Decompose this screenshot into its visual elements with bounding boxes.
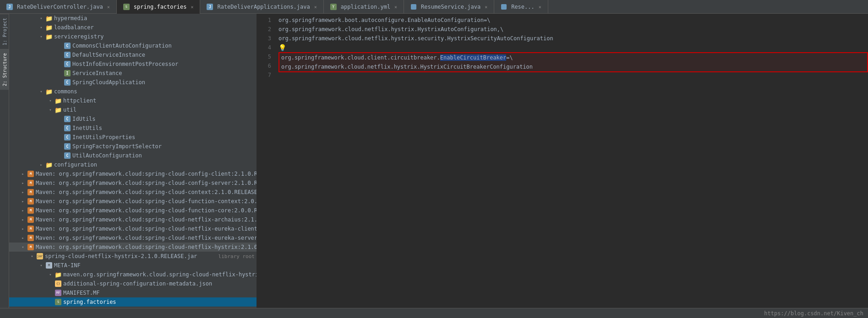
highlight-box: org.springframework.cloud.client.circuit… bbox=[278, 52, 868, 72]
tab-rese[interactable]: Rese... × bbox=[494, 0, 548, 14]
tree-item-springCloudApplication[interactable]: C SpringCloudApplication bbox=[9, 78, 257, 87]
tree-item-idUtils[interactable]: C IdUtils bbox=[9, 114, 257, 124]
tree-item-maven-eureka-client[interactable]: M Maven: org.springframework.cloud:sprin… bbox=[9, 224, 257, 233]
tree-item-defaultServiceInstance[interactable]: C DefaultServiceInstance bbox=[9, 50, 257, 59]
tree-item-manifest[interactable]: MF MANIFEST.MF bbox=[9, 288, 257, 297]
tree-item-httpclient[interactable]: 📁 httpclient bbox=[9, 96, 257, 105]
line-numbers: 1 2 3 4 5 6 7 bbox=[257, 16, 275, 306]
maven-icon: M bbox=[27, 244, 34, 250]
sidebar-container: 1: Project 2: Structure 📁 hypermedia 📁 l… bbox=[0, 14, 257, 308]
tree-arrow bbox=[48, 272, 53, 277]
tree-label: spring.factories bbox=[63, 299, 255, 305]
tree-item-inetUtils[interactable]: C InetUtils bbox=[9, 124, 257, 133]
tree-item-autoconfigure-metadata[interactable]: P spring-autoconfigure-metadata.properti… bbox=[9, 307, 257, 308]
interface-icon: I bbox=[64, 70, 71, 76]
tree-item-maven-config-client[interactable]: M Maven: org.springframework.cloud:sprin… bbox=[9, 169, 257, 178]
code-text: org.springframework.cloud.client.circuit… bbox=[281, 53, 513, 62]
tab-resumeservice[interactable]: ResumeService.java × bbox=[404, 0, 494, 14]
tree-item-maven-eureka-server[interactable]: M Maven: org.springframework.cloud:sprin… bbox=[9, 233, 257, 243]
vertical-tabs: 1: Project 2: Structure bbox=[0, 14, 9, 308]
java-icon: J bbox=[6, 4, 13, 10]
tree-label: Maven: org.springframework.cloud:spring-… bbox=[36, 216, 257, 223]
tree-label: UtilAutoConfiguration bbox=[72, 152, 255, 159]
jar-icon: jar bbox=[37, 253, 43, 259]
class-icon: C bbox=[64, 134, 71, 140]
tree-item-commonsClientAutoConfig[interactable]: C CommonsClientAutoConfiguration bbox=[9, 41, 257, 50]
tree-item-springFactoryImportSelector[interactable]: C SpringFactoryImportSelector bbox=[9, 142, 257, 151]
tree-item-commons[interactable]: 📁 commons bbox=[9, 87, 257, 96]
close-tab-button[interactable]: × bbox=[189, 4, 195, 10]
metainf-icon: M bbox=[46, 262, 52, 269]
tree-arrow bbox=[38, 89, 44, 94]
close-tab-button[interactable]: × bbox=[483, 4, 489, 10]
tab-ratedelivercontroller[interactable]: J RateDeliverController.java × bbox=[0, 0, 117, 14]
tree-item-jar[interactable]: jar spring-cloud-netflix-hystrix-2.1.0.R… bbox=[9, 252, 257, 261]
close-tab-button[interactable]: × bbox=[393, 4, 399, 10]
class-icon: C bbox=[64, 79, 71, 86]
tree-item-additional-config[interactable]: {} additional-spring-configuration-metad… bbox=[9, 279, 257, 288]
watermark-text: https://blog.csdn.net/Kiven_ch bbox=[764, 310, 863, 317]
tab-ratedeliverapplications[interactable]: J RateDeliverApplications.java × bbox=[200, 0, 323, 14]
tree-arrow bbox=[38, 162, 44, 167]
lightbulb-icon: 💡 bbox=[278, 43, 286, 52]
tree-label: serviceregistry bbox=[54, 33, 255, 40]
code-line-3: org.springframework.cloud.netflix.hystri… bbox=[278, 34, 868, 43]
tree-label: Maven: org.springframework.cloud:spring-… bbox=[36, 226, 257, 232]
folder-icon: 📁 bbox=[45, 162, 53, 168]
tree-item-maven-context[interactable]: M Maven: org.springframework.cloud:sprin… bbox=[9, 188, 257, 197]
close-tab-button[interactable]: × bbox=[105, 4, 112, 10]
tree-arrow bbox=[57, 125, 62, 131]
tree-item-maven-hystrix[interactable]: M Maven: org.springframework.cloud:sprin… bbox=[9, 243, 257, 252]
tree-item-hypermedia[interactable]: 📁 hypermedia bbox=[9, 14, 257, 23]
maven-icon: M bbox=[27, 235, 34, 241]
folder-icon: 📁 bbox=[55, 107, 62, 113]
tree-item-spring-factories[interactable]: S spring.factories bbox=[9, 297, 257, 307]
tree-item-metainf[interactable]: M META-INF bbox=[9, 261, 257, 270]
tab-application-yml[interactable]: Y application.yml × bbox=[324, 0, 404, 14]
tree-item-utilAutoConfig[interactable]: C UtilAutoConfiguration bbox=[9, 151, 257, 160]
tree-arrow bbox=[20, 171, 26, 177]
tree-item-maven-function-context[interactable]: M Maven: org.springframework.cloud:sprin… bbox=[9, 197, 257, 206]
tree-item-serviceInstance[interactable]: I ServiceInstance bbox=[9, 69, 257, 78]
tab-label: RateDeliverApplications.java bbox=[217, 4, 310, 10]
code-content: org.springframework.boot.autoconfigure.E… bbox=[275, 16, 868, 306]
tree-arrow bbox=[48, 299, 53, 305]
vtab-structure[interactable]: 2: Structure bbox=[0, 49, 9, 90]
close-tab-button[interactable]: × bbox=[537, 4, 543, 10]
tree-arrow bbox=[38, 16, 44, 21]
factories-icon: S bbox=[55, 299, 61, 305]
tree-item-maven-config-server[interactable]: M Maven: org.springframework.cloud:sprin… bbox=[9, 178, 257, 188]
library-root-tag: library root bbox=[218, 253, 255, 259]
code-editor[interactable]: 1 2 3 4 5 6 7 org.springframework.boot.a… bbox=[257, 14, 868, 308]
tree-arrow bbox=[20, 226, 26, 232]
tree-label: Maven: org.springframework.cloud:spring-… bbox=[36, 207, 257, 214]
java-icon bbox=[501, 4, 507, 10]
tree-item-hostInfoEnvPostProcessor[interactable]: C HostInfoEnvironmentPostProcessor bbox=[9, 59, 257, 69]
tree-arrow bbox=[48, 98, 53, 103]
code-text: org.springframework.cloud.netflix.hystri… bbox=[278, 25, 503, 34]
folder-icon: 📁 bbox=[45, 88, 53, 95]
tree-item-loadbalancer[interactable]: 📁 loadbalancer bbox=[9, 23, 257, 32]
tree-arrow bbox=[57, 43, 62, 49]
tree-arrow bbox=[57, 70, 62, 76]
factories-icon: S bbox=[123, 4, 130, 10]
tree-arrow bbox=[20, 244, 26, 250]
tree-label: SpringFactoryImportSelector bbox=[72, 143, 255, 150]
tree-item-maven-archaius[interactable]: M Maven: org.springframework.cloud:sprin… bbox=[9, 215, 257, 224]
class-icon: C bbox=[64, 43, 71, 49]
java-icon: J bbox=[207, 4, 213, 10]
tree-label: Maven: org.springframework.cloud:spring-… bbox=[36, 171, 257, 177]
close-tab-button[interactable]: × bbox=[312, 4, 319, 10]
tree-item-maven-function-core[interactable]: M Maven: org.springframework.cloud:sprin… bbox=[9, 206, 257, 215]
tree-item-inetUtilsProperties[interactable]: C InetUtilsProperties bbox=[9, 133, 257, 142]
vtab-project[interactable]: 1: Project bbox=[0, 14, 9, 49]
tree-label: InetUtilsProperties bbox=[72, 134, 255, 140]
tree-item-configuration[interactable]: 📁 configuration bbox=[9, 160, 257, 169]
tree-item-maven-dir[interactable]: 📁 maven.org.springframework.cloud.spring… bbox=[9, 270, 257, 279]
code-line-4: 💡 bbox=[278, 43, 868, 52]
tree-arrow bbox=[38, 34, 44, 39]
tree-item-serviceregistry[interactable]: 📁 serviceregistry bbox=[9, 32, 257, 41]
tab-spring-factories[interactable]: S spring.factories × bbox=[117, 0, 201, 14]
tree-item-util[interactable]: 📁 util bbox=[9, 105, 257, 114]
tree-arrow bbox=[57, 153, 62, 158]
